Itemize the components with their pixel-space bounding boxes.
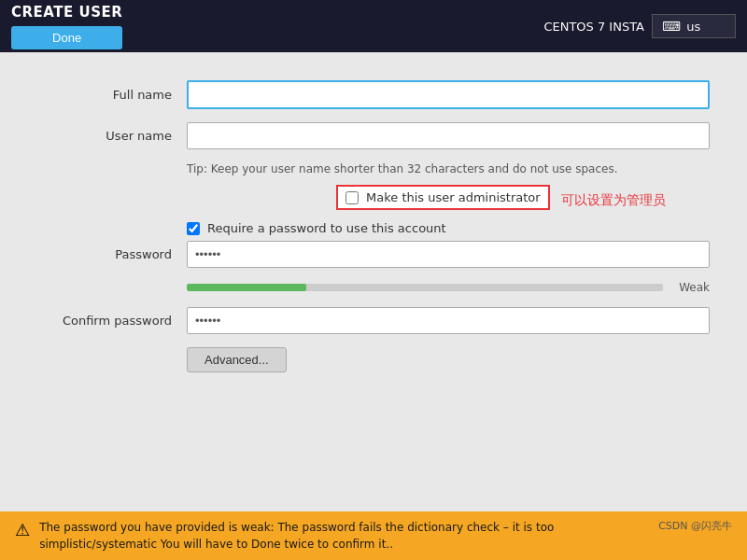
- confirm-password-row: Confirm password: [37, 307, 710, 334]
- confirm-password-input[interactable]: [187, 307, 710, 334]
- lang-value: us: [686, 20, 700, 34]
- strength-bar-fill: [187, 284, 306, 291]
- user-name-row: User name: [37, 122, 710, 149]
- distro-label: CENTOS 7 INSTA: [543, 20, 644, 34]
- admin-checkbox-label[interactable]: Make this user administrator: [366, 190, 541, 204]
- user-name-input[interactable]: [187, 122, 710, 149]
- confirm-password-label: Confirm password: [37, 314, 187, 328]
- require-password-label[interactable]: Require a password to use this account: [207, 221, 446, 235]
- warning-text: The password you have provided is weak: …: [39, 519, 649, 553]
- main-content: Full name User name Tip: Keep your user …: [0, 52, 747, 511]
- strength-bar-container: [187, 284, 663, 291]
- page-title: CREATE USER: [11, 4, 122, 21]
- annotation-text: 可以设置为管理员: [561, 192, 666, 209]
- done-button[interactable]: Done: [11, 26, 122, 49]
- advanced-button[interactable]: Advanced...: [187, 347, 287, 372]
- password-input[interactable]: [187, 241, 710, 268]
- strength-label: Weak: [672, 281, 710, 294]
- header-left: CREATE USER Done: [11, 4, 122, 49]
- language-selector[interactable]: ⌨ us: [652, 14, 736, 38]
- warning-attribution: CSDN @闪亮牛: [658, 519, 732, 533]
- warning-icon: ⚠: [15, 520, 30, 539]
- strength-row: Weak: [187, 281, 710, 294]
- admin-annotation-row: Make this user administrator 可以设置为管理员: [187, 185, 710, 216]
- password-label: Password: [37, 247, 187, 261]
- tip-text: Tip: Keep your user name shorter than 32…: [187, 162, 618, 175]
- header-right: CENTOS 7 INSTA ⌨ us: [543, 14, 736, 38]
- tip-row: Tip: Keep your user name shorter than 32…: [187, 162, 710, 175]
- advanced-row: Advanced...: [187, 347, 710, 372]
- admin-checkbox[interactable]: [345, 191, 359, 204]
- require-password-row: Require a password to use this account: [187, 221, 710, 235]
- admin-checkbox-container: Make this user administrator: [336, 185, 550, 210]
- warning-bar: ⚠ The password you have provided is weak…: [0, 511, 747, 560]
- require-password-checkbox[interactable]: [187, 222, 200, 235]
- full-name-label: Full name: [37, 88, 187, 102]
- user-name-label: User name: [37, 129, 187, 143]
- keyboard-icon: ⌨: [662, 19, 681, 34]
- full-name-row: Full name: [37, 80, 710, 109]
- password-row: Password: [37, 241, 710, 268]
- full-name-input[interactable]: [187, 80, 710, 109]
- header: CREATE USER Done CENTOS 7 INSTA ⌨ us: [0, 0, 747, 52]
